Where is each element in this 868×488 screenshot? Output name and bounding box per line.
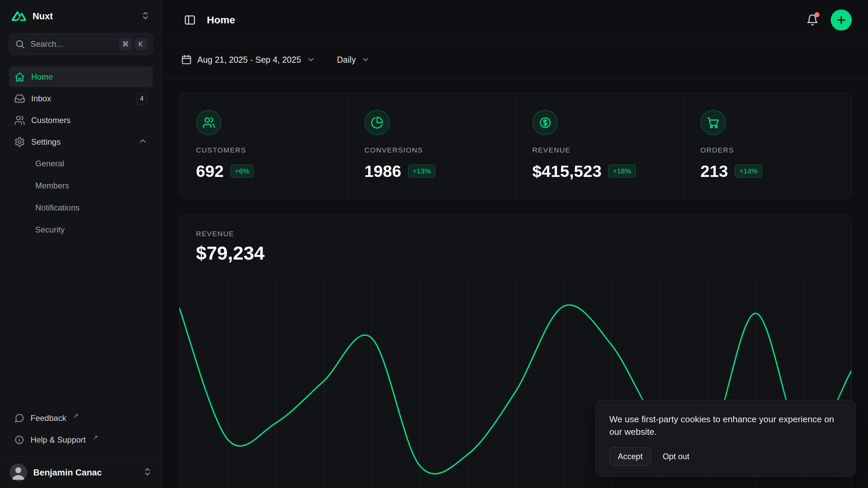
cookie-optout-button[interactable]: Opt out <box>661 448 691 465</box>
feedback-label: Feedback <box>31 413 66 423</box>
chevron-up-down-icon <box>143 467 152 478</box>
sidebar-toggle-button[interactable] <box>179 9 201 31</box>
stat-delta-badge: +18% <box>608 165 635 178</box>
help-support-label: Help & Support <box>31 435 86 445</box>
search-shortcut: ⌘ K <box>119 38 147 50</box>
cookie-actions: Accept Opt out <box>609 447 842 466</box>
revenue-chart-total: $79,234 <box>196 242 835 264</box>
stats-row: CUSTOMERS 692 +6% CONVERSIONS 1986 +13% <box>179 93 852 199</box>
page-title: Home <box>207 14 235 26</box>
header-actions <box>802 9 852 31</box>
kbd-k: K <box>135 38 147 50</box>
stat-value: $415,523 <box>532 162 601 181</box>
search-input-box[interactable]: ⌘ K <box>9 33 153 55</box>
sidebar-user-section: Benjamin Canac <box>0 456 162 488</box>
sidebar-footer: Feedback ↗ Help & Support ↗ <box>0 408 162 456</box>
sidebar-subitem-label: Members <box>35 181 69 190</box>
sidebar-nav: Home Inbox 4 Customers Settings General <box>0 66 162 240</box>
date-range-picker[interactable]: Aug 21, 2025 - Sep 4, 2025 <box>181 54 315 65</box>
sidebar-subitem-label: General <box>35 159 64 168</box>
kbd-cmd: ⌘ <box>119 38 132 50</box>
stat-value: 213 <box>701 162 728 181</box>
sidebar-item-label: Inbox <box>31 94 51 103</box>
stat-delta-badge: +13% <box>408 165 435 178</box>
dollar-circle-icon <box>532 110 558 135</box>
sidebar-item-inbox[interactable]: Inbox 4 <box>9 88 153 109</box>
chevron-down-icon <box>307 55 315 64</box>
filters-toolbar: Aug 21, 2025 - Sep 4, 2025 Daily <box>162 40 868 80</box>
sidebar-subitem-label: Notifications <box>35 203 80 212</box>
users-icon <box>14 115 25 126</box>
cookie-banner: We use first-party cookies to enhance yo… <box>595 400 856 477</box>
chevron-up-down-icon <box>141 11 150 22</box>
stat-card-conversions[interactable]: CONVERSIONS 1986 +13% <box>348 93 516 198</box>
message-bubble-icon <box>14 413 24 423</box>
external-link-icon: ↗ <box>73 412 78 420</box>
interval-select[interactable]: Daily <box>337 55 370 65</box>
inbox-count-badge: 4 <box>136 93 147 104</box>
users-circle-icon <box>196 110 221 135</box>
revenue-chart-header: REVENUE $79,234 <box>179 215 851 264</box>
info-circle-icon <box>14 435 24 445</box>
sidebar-spacer <box>0 240 162 408</box>
shopping-cart-circle-icon <box>701 110 726 135</box>
panel-left-icon <box>184 14 196 26</box>
stat-delta-badge: +6% <box>231 165 254 178</box>
stat-value: 1986 <box>364 162 401 181</box>
plus-icon <box>835 14 847 26</box>
workspace-name: Nuxt <box>33 11 53 22</box>
revenue-chart-label: REVENUE <box>196 230 835 238</box>
calendar-icon <box>181 54 192 65</box>
sidebar-subitem-security[interactable]: Security <box>9 219 153 240</box>
top-header: Home <box>162 0 868 40</box>
add-button[interactable] <box>831 9 852 30</box>
nuxt-logo-icon <box>12 11 26 21</box>
stat-label: CONVERSIONS <box>364 146 499 154</box>
sidebar-item-home[interactable]: Home <box>9 66 153 87</box>
sidebar-item-label: Customers <box>31 116 71 125</box>
stat-card-customers[interactable]: CUSTOMERS 692 +6% <box>179 93 348 198</box>
chevron-down-icon <box>361 55 370 64</box>
sidebar-subitem-members[interactable]: Members <box>9 175 153 196</box>
stat-label: REVENUE <box>532 146 667 154</box>
notifications-button[interactable] <box>802 9 823 31</box>
help-support-link[interactable]: Help & Support ↗ <box>9 429 153 450</box>
sidebar-item-label: Home <box>31 72 53 82</box>
sidebar: Nuxt ⌘ K Home Inbox 4 <box>0 0 162 488</box>
stat-label: ORDERS <box>701 146 835 154</box>
interval-label: Daily <box>337 55 356 65</box>
stat-card-orders[interactable]: ORDERS 213 +14% <box>684 93 852 198</box>
sidebar-item-settings[interactable]: Settings <box>9 131 153 152</box>
notification-dot <box>814 12 820 17</box>
search-input[interactable] <box>31 39 114 49</box>
stat-card-revenue[interactable]: REVENUE $415,523 +18% <box>515 93 684 198</box>
inbox-icon <box>14 93 25 104</box>
sidebar-subitem-label: Security <box>35 225 65 235</box>
cookie-accept-button[interactable]: Accept <box>609 447 651 466</box>
sidebar-subitem-notifications[interactable]: Notifications <box>9 197 153 218</box>
sidebar-item-customers[interactable]: Customers <box>9 110 153 130</box>
stat-value: 692 <box>196 162 224 181</box>
stat-label: CUSTOMERS <box>196 146 331 154</box>
search-icon <box>15 39 25 49</box>
sidebar-item-label: Settings <box>31 137 61 147</box>
user-menu[interactable]: Benjamin Canac <box>5 461 156 484</box>
feedback-link[interactable]: Feedback ↗ <box>9 408 153 429</box>
gear-icon <box>14 137 25 147</box>
cookie-message: We use first-party cookies to enhance yo… <box>609 413 842 439</box>
home-icon <box>14 72 25 82</box>
user-name: Benjamin Canac <box>33 467 102 478</box>
stat-delta-badge: +14% <box>735 165 762 178</box>
pie-chart-circle-icon <box>364 110 390 135</box>
workspace-switcher[interactable]: Nuxt <box>7 7 155 25</box>
chevron-up-icon <box>138 136 147 148</box>
avatar <box>9 464 27 481</box>
sidebar-subitem-general[interactable]: General <box>9 153 153 174</box>
date-range-label: Aug 21, 2025 - Sep 4, 2025 <box>197 55 301 65</box>
external-link-icon: ↗ <box>93 433 98 441</box>
